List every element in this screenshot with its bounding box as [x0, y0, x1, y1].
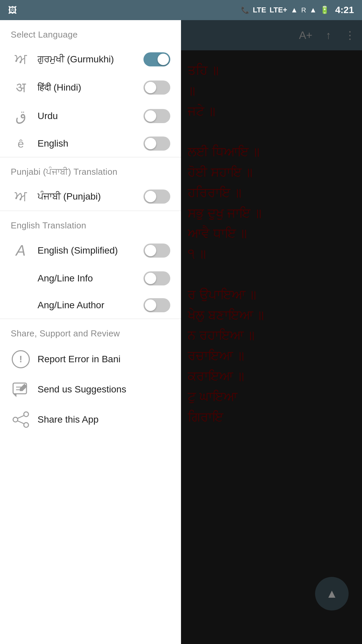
report-error-label: Report Error in Bani [31, 354, 170, 365]
signal-icon: ▲ [291, 6, 298, 14]
gurmukhi-item[interactable]: ਅ ਗੁਰਮੁਖੀ (Gurmukhi) [0, 45, 181, 73]
ang-line-info-toggle[interactable] [143, 271, 170, 285]
phone-lte-icon: 📞 [241, 6, 249, 14]
r-label: R [301, 6, 306, 14]
hindi-script-icon: अ [11, 79, 31, 96]
urdu-script-icon: ق [11, 108, 31, 124]
share-icon [11, 411, 31, 429]
english-label: English [31, 138, 143, 149]
suggestions-item[interactable]: Send us Suggestions [0, 374, 181, 405]
hindi-item[interactable]: अ हिंदी (Hindi) [0, 73, 181, 102]
hindi-toggle[interactable] [143, 80, 170, 95]
english-simplified-toggle[interactable] [143, 244, 170, 258]
lte-plus-label: LTE+ [269, 6, 287, 14]
english-simplified-item[interactable]: A English (Simplified) [0, 236, 181, 265]
english-script-icon: ê [11, 137, 31, 150]
gurmukhi-label: ਗੁਰਮੁਖੀ (Gurmukhi) [31, 54, 143, 65]
report-error-item[interactable]: ! Report Error in Bani [0, 344, 181, 374]
punjabi-script-icon: ਅ [11, 189, 31, 205]
alert-circle-icon: ! [11, 350, 31, 368]
ang-line-author-toggle[interactable] [143, 298, 170, 312]
drawer-overlay[interactable] [181, 20, 362, 644]
select-language-header: Select Language [0, 20, 181, 45]
english-translation-header: English Translation [0, 211, 181, 236]
urdu-item[interactable]: ق Urdu [0, 102, 181, 130]
svg-point-5 [24, 423, 28, 427]
suggestions-label: Send us Suggestions [31, 384, 170, 395]
urdu-toggle[interactable] [143, 109, 170, 123]
photo-icon: 🖼 [8, 5, 17, 15]
english-item[interactable]: ê English [0, 130, 181, 157]
status-bar-left: 🖼 [8, 5, 17, 15]
chat-edit-icon [11, 380, 31, 398]
signal2-icon: ▲ [309, 6, 317, 14]
urdu-label: Urdu [31, 111, 143, 121]
svg-line-7 [18, 421, 24, 424]
svg-line-6 [18, 416, 24, 418]
punjabi-translation-header: Punjabi (ਪੰਜਾਬੀ) Translation [0, 157, 181, 182]
gurmukhi-toggle[interactable] [143, 52, 170, 66]
status-bar: 🖼 📞 LTE LTE+ ▲ R ▲ 🔋 4:21 [0, 0, 362, 20]
battery-icon: 🔋 [320, 6, 329, 14]
punjabi-label: ਪੰਜਾਬੀ (Punjabi) [31, 191, 143, 202]
status-time: 4:21 [335, 5, 354, 15]
lte-label: LTE [253, 6, 266, 14]
status-bar-right: 📞 LTE LTE+ ▲ R ▲ 🔋 4:21 [241, 5, 354, 15]
ang-line-author-label: Ang/Line Author [31, 300, 143, 311]
share-app-item[interactable]: Share this App [0, 405, 181, 435]
english-simplified-label: English (Simplified) [31, 245, 143, 256]
hindi-label: हिंदी (Hindi) [31, 82, 143, 93]
punjabi-item[interactable]: ਅ ਪੰਜਾਬੀ (Punjabi) [0, 182, 181, 211]
share-support-header: Share, Support and Review [0, 319, 181, 344]
ang-line-author-item[interactable]: Ang/Line Author [0, 292, 181, 319]
share-app-label: Share this App [31, 414, 170, 425]
drawer-panel: Select Language ਅ ਗੁਰਮੁਖੀ (Gurmukhi) अ ह… [0, 20, 181, 644]
svg-point-4 [13, 417, 18, 422]
english-toggle[interactable] [143, 137, 170, 151]
ang-line-info-item[interactable]: Ang/Line Info [0, 265, 181, 292]
ang-line-info-label: Ang/Line Info [31, 273, 143, 284]
svg-point-3 [24, 412, 28, 417]
roman-a-icon: A [11, 242, 31, 259]
gurmukhi-script-icon: ਅ [11, 51, 31, 67]
punjabi-toggle[interactable] [143, 190, 170, 204]
